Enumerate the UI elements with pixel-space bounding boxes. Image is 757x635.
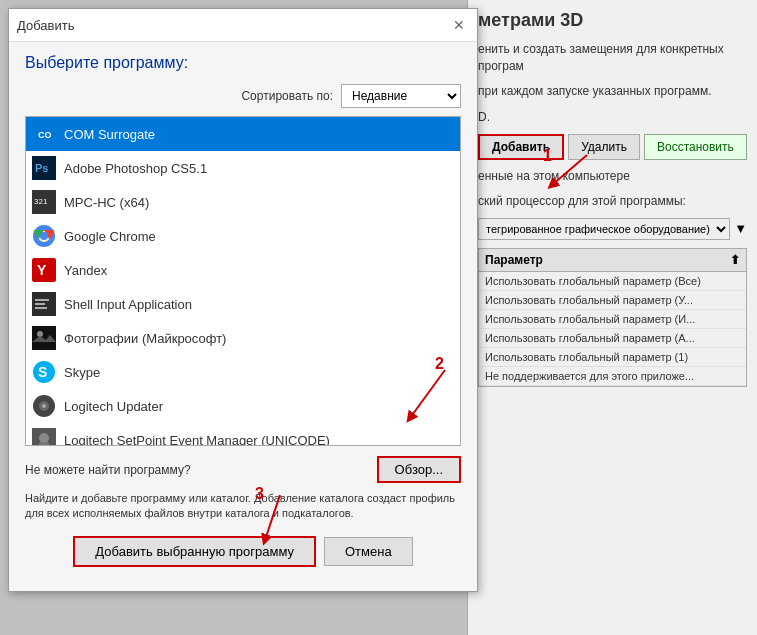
program-name: MPC-HC (x64) <box>64 195 149 210</box>
bg-remove-button[interactable]: Удалить <box>568 134 640 160</box>
sort-row: Сортировать по: Недавние <box>25 84 461 108</box>
table-row[interactable]: Использовать глобальный параметр (Все) <box>479 272 746 291</box>
bg-processor-select-row: тегрированное графическое оборудование) … <box>478 218 747 240</box>
program-name: Фотографии (Майкрософт) <box>64 331 226 346</box>
scroll-indicator-icon: ⬆ <box>730 253 740 267</box>
list-item[interactable]: 321 MPC-HC (x64) <box>26 185 460 219</box>
bg-title: метрами 3D <box>478 10 747 31</box>
svg-rect-26 <box>39 442 49 446</box>
svg-point-23 <box>42 404 46 408</box>
svg-text:S: S <box>38 364 47 380</box>
list-item[interactable]: Shell Input Application <box>26 287 460 321</box>
bg-section: D. <box>478 109 747 126</box>
photos-icon <box>32 326 56 350</box>
sort-select[interactable]: Недавние <box>341 84 461 108</box>
shell-icon <box>32 292 56 316</box>
svg-point-25 <box>39 433 49 443</box>
table-row[interactable]: Использовать глобальный параметр (У... <box>479 291 746 310</box>
svg-rect-15 <box>35 303 45 305</box>
chrome-icon <box>32 224 56 248</box>
list-item[interactable]: Ps Adobe Photoshop CS5.1 <box>26 151 460 185</box>
list-item[interactable]: Logitech Updater <box>26 389 460 423</box>
table-row[interactable]: Не поддерживается для этого приложе... <box>479 367 746 386</box>
list-item[interactable]: S Skype <box>26 355 460 389</box>
dialog-close-button[interactable]: ✕ <box>449 15 469 35</box>
dialog-footer: Добавить выбранную программу Отмена <box>25 536 461 579</box>
list-item[interactable]: Фотографии (Майкрософт) <box>26 321 460 355</box>
skype-icon: S <box>32 360 56 384</box>
bg-installed-text: енные на этом компьютере <box>478 168 747 185</box>
add-program-dialog: Добавить ✕ Выберите программу: Сортирова… <box>8 8 478 592</box>
add-program-button[interactable]: Добавить выбранную программу <box>73 536 316 567</box>
table-row[interactable]: Использовать глобальный параметр (1) <box>479 348 746 367</box>
svg-rect-16 <box>35 307 47 309</box>
yandex-icon: Y <box>32 258 56 282</box>
list-item[interactable]: COM COM Surrogate <box>26 117 460 151</box>
background-panel: метрами 3D енить и создать замещения для… <box>467 0 757 635</box>
dialog-title: Добавить <box>17 18 74 33</box>
hint-text: Найдите и добавьте программу или каталог… <box>25 491 461 522</box>
program-name: Yandex <box>64 263 107 278</box>
chevron-down-icon: ▼ <box>734 221 747 236</box>
svg-point-10 <box>40 232 48 240</box>
mpc-icon: 321 <box>32 190 56 214</box>
list-item[interactable]: Logitech SetPoint Event Manager (UNICODE… <box>26 423 460 446</box>
svg-text:COM: COM <box>38 130 52 140</box>
table-row[interactable]: Использовать глобальный параметр (А... <box>479 329 746 348</box>
bg-processor-text: ский процессор для этой программы: <box>478 193 747 210</box>
svg-rect-14 <box>35 299 49 301</box>
com-surrogate-icon: COM <box>32 122 56 146</box>
dialog-titlebar: Добавить ✕ <box>9 9 477 42</box>
cancel-button[interactable]: Отмена <box>324 537 413 566</box>
bg-add-button[interactable]: Добавить <box>478 134 564 160</box>
dialog-body: Выберите программу: Сортировать по: Неда… <box>9 42 477 591</box>
bg-processor-select[interactable]: тегрированное графическое оборудование) <box>478 218 730 240</box>
bg-table-header: Параметр ⬆ <box>479 249 746 272</box>
bg-btn-row: Добавить Удалить Восстановить <box>478 134 747 160</box>
logitech-updater-icon <box>32 394 56 418</box>
bg-restore-button[interactable]: Восстановить <box>644 134 747 160</box>
table-row[interactable]: Использовать глобальный параметр (И... <box>479 310 746 329</box>
photoshop-icon: Ps <box>32 156 56 180</box>
bg-parameter-table: Параметр ⬆ Использовать глобальный парам… <box>478 248 747 387</box>
svg-text:Ps: Ps <box>35 162 48 174</box>
setpoint-icon <box>32 428 56 446</box>
program-name: Adobe Photoshop CS5.1 <box>64 161 207 176</box>
bg-text1: енить и создать замещения для конкретных… <box>478 41 747 75</box>
program-name: COM Surrogate <box>64 127 155 142</box>
svg-text:Y: Y <box>37 262 47 278</box>
find-row: Не можете найти программу? Обзор... <box>25 456 461 483</box>
program-name: Skype <box>64 365 100 380</box>
dialog-heading: Выберите программу: <box>25 54 461 72</box>
list-item[interactable]: Google Chrome <box>26 219 460 253</box>
program-name: Shell Input Application <box>64 297 192 312</box>
svg-text:321: 321 <box>34 197 48 206</box>
bg-section-label: D. <box>478 109 747 126</box>
sort-label: Сортировать по: <box>241 89 333 103</box>
find-program-text: Не можете найти программу? <box>25 463 191 477</box>
list-item[interactable]: Y Yandex <box>26 253 460 287</box>
browse-button[interactable]: Обзор... <box>377 456 461 483</box>
program-list[interactable]: COM COM Surrogate Ps Adobe Photoshop CS5… <box>25 116 461 446</box>
program-name: Google Chrome <box>64 229 156 244</box>
program-name: Logitech SetPoint Event Manager (UNICODE… <box>64 433 330 447</box>
bg-text2: при каждом запуске указанных программ. <box>478 83 747 100</box>
program-name: Logitech Updater <box>64 399 163 414</box>
